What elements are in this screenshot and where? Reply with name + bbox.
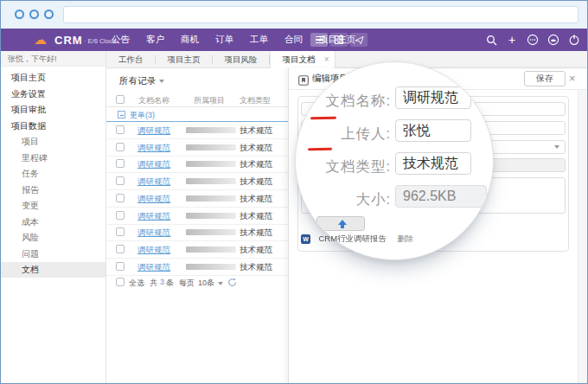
doc-name-link[interactable]: 调研规范 bbox=[137, 176, 170, 188]
sidebar-item-4[interactable]: 项目 bbox=[1, 134, 105, 150]
browser-topbar bbox=[1, 1, 587, 29]
doc-name-link[interactable]: 调研规范 bbox=[137, 262, 170, 273]
collapse-group-icon[interactable] bbox=[118, 111, 125, 118]
attachment-name: CRM行业调研报告 bbox=[318, 234, 387, 243]
row-checkbox[interactable] bbox=[116, 194, 125, 202]
sidebar-item-12[interactable]: 文档 bbox=[1, 262, 105, 278]
grid-view-button[interactable] bbox=[330, 33, 348, 47]
table-footer: 全选 共 3 条 每页 10条 bbox=[106, 276, 288, 291]
project-redacted-bar bbox=[186, 178, 236, 184]
nav-item-2[interactable]: 商机 bbox=[181, 34, 199, 46]
sidebar-item-3[interactable]: 项目数据 bbox=[1, 118, 105, 134]
power-button[interactable] bbox=[568, 34, 580, 46]
doc-type-text: 技术规范 bbox=[240, 211, 272, 222]
table-row: 调研规范技术规范 bbox=[106, 224, 288, 241]
tab-close-icon[interactable]: × bbox=[324, 51, 329, 68]
doc-type-input-magnified[interactable]: 技术规范 bbox=[395, 152, 471, 175]
tab-label: 项目风险 bbox=[225, 54, 258, 64]
group-label[interactable]: 更单(3) bbox=[130, 110, 155, 121]
total-count: 3 bbox=[160, 278, 164, 286]
search-button[interactable] bbox=[485, 34, 497, 46]
doc-name-link[interactable]: 调研规范 bbox=[137, 143, 170, 154]
table-row: 调研规范技术规范 bbox=[106, 139, 288, 157]
select-all-label: 全选 bbox=[129, 278, 144, 289]
sidebar-item-5[interactable]: 里程碑 bbox=[1, 150, 105, 166]
uploader-input-magnified[interactable]: 张悦 bbox=[395, 119, 471, 142]
sidebar-item-9[interactable]: 成本 bbox=[1, 214, 105, 230]
page-size-dropdown[interactable]: 10条 bbox=[198, 278, 223, 289]
doc-type-text: 技术规范 bbox=[240, 159, 272, 170]
sidebar-item-7[interactable]: 报告 bbox=[1, 182, 105, 198]
column-header: 文档类型 bbox=[240, 95, 271, 106]
nav-item-1[interactable]: 客户 bbox=[146, 34, 164, 46]
panel-scrollbar[interactable] bbox=[578, 68, 588, 384]
sidebar-item-1[interactable]: 业务设置 bbox=[1, 86, 105, 102]
list-icon bbox=[316, 36, 323, 43]
magnified-field-row: 文档类型: 技术规范 bbox=[296, 152, 493, 176]
tab-strip: 工作台项目主页项目风险项目文档× bbox=[106, 51, 588, 68]
send-view-button[interactable] bbox=[350, 33, 368, 47]
greeting-text: 张悦，下午好! bbox=[1, 51, 105, 67]
window-circle-icon bbox=[15, 10, 24, 19]
row-checkbox[interactable] bbox=[116, 125, 125, 134]
row-checkbox[interactable] bbox=[116, 245, 125, 253]
doc-name-link[interactable]: 调研规范 bbox=[137, 194, 170, 205]
doc-name-link[interactable]: 调研规范 bbox=[137, 125, 170, 137]
size-input-magnified: 962.5KB bbox=[395, 185, 487, 208]
phone-button[interactable] bbox=[547, 34, 559, 46]
nav-item-4[interactable]: 工单 bbox=[250, 34, 268, 46]
tab-label: 工作台 bbox=[118, 54, 144, 64]
sidebar-item-2[interactable]: 项目审批 bbox=[1, 102, 105, 118]
url-input[interactable] bbox=[63, 6, 578, 23]
tab-0[interactable]: 工作台 bbox=[106, 51, 156, 68]
add-button[interactable]: + bbox=[506, 34, 518, 46]
sidebar-item-10[interactable]: 风险 bbox=[1, 230, 105, 246]
document-list-area: 所有记录 文档名称 所属项目 文档类型 更单(3) 调研规范技术规范调研规范技术… bbox=[106, 68, 288, 384]
nav-item-3[interactable]: 订单 bbox=[215, 34, 233, 46]
doc-name-link[interactable]: 调研规范 bbox=[137, 227, 170, 239]
doc-name-link[interactable]: 调研规范 bbox=[137, 159, 170, 170]
upload-button-magnified[interactable] bbox=[316, 216, 365, 231]
more-button[interactable] bbox=[527, 34, 539, 46]
attachment-delete-link[interactable]: 删除 bbox=[398, 234, 414, 243]
save-button[interactable]: 保存 bbox=[524, 71, 566, 86]
nav-item-0[interactable]: 公告 bbox=[112, 34, 130, 46]
doc-type-text: 技术规范 bbox=[240, 262, 272, 273]
sidebar-item-8[interactable]: 变更 bbox=[1, 198, 105, 214]
brand-name: CRM bbox=[54, 34, 83, 47]
row-checkbox[interactable] bbox=[116, 227, 125, 236]
tab-label: 项目主页 bbox=[168, 54, 201, 64]
doc-name-link[interactable]: 调研规范 bbox=[137, 211, 170, 222]
list-view-button[interactable] bbox=[310, 33, 328, 47]
row-checkbox[interactable] bbox=[116, 211, 125, 220]
tab-3[interactable]: 项目文档× bbox=[270, 51, 336, 68]
total-unit: 条 bbox=[166, 278, 174, 289]
sidebar-item-0[interactable]: 项目主页 bbox=[1, 70, 105, 86]
select-all-checkbox[interactable] bbox=[116, 95, 125, 104]
row-checkbox[interactable] bbox=[116, 262, 125, 271]
doc-type-text: 技术规范 bbox=[240, 245, 272, 256]
doc-name-link[interactable]: 调研规范 bbox=[137, 245, 170, 256]
panel-close-icon[interactable]: × bbox=[569, 72, 576, 85]
group-row: 更单(3) bbox=[106, 107, 288, 122]
doc-name-input-magnified[interactable]: 调研规范 bbox=[395, 86, 471, 109]
project-redacted-bar bbox=[186, 264, 236, 270]
table-row: 调研规范技术规范 bbox=[106, 241, 288, 259]
row-checkbox[interactable] bbox=[116, 143, 125, 151]
row-checkbox[interactable] bbox=[116, 159, 125, 168]
column-header: 文档名称 bbox=[138, 95, 169, 106]
tab-2[interactable]: 项目风险 bbox=[213, 51, 270, 68]
records-filter-dropdown[interactable]: 所有记录 bbox=[119, 75, 164, 87]
table-row: 调研规范技术规范 bbox=[106, 173, 288, 190]
tab-1[interactable]: 项目主页 bbox=[156, 51, 213, 68]
table-header: 文档名称 所属项目 文档类型 bbox=[106, 93, 288, 107]
nav-item-5[interactable]: 合同 bbox=[284, 34, 303, 46]
table-row: 调研规范技术规范 bbox=[106, 122, 288, 139]
row-checkbox[interactable] bbox=[116, 176, 125, 185]
table-row: 调研规范技术规范 bbox=[106, 156, 288, 173]
sidebar-item-6[interactable]: 任务 bbox=[1, 166, 105, 182]
red-underline-annotation bbox=[308, 148, 332, 151]
refresh-button[interactable] bbox=[227, 278, 237, 289]
select-all-footer-checkbox[interactable] bbox=[116, 278, 125, 286]
sidebar-item-11[interactable]: 问题 bbox=[1, 246, 105, 262]
